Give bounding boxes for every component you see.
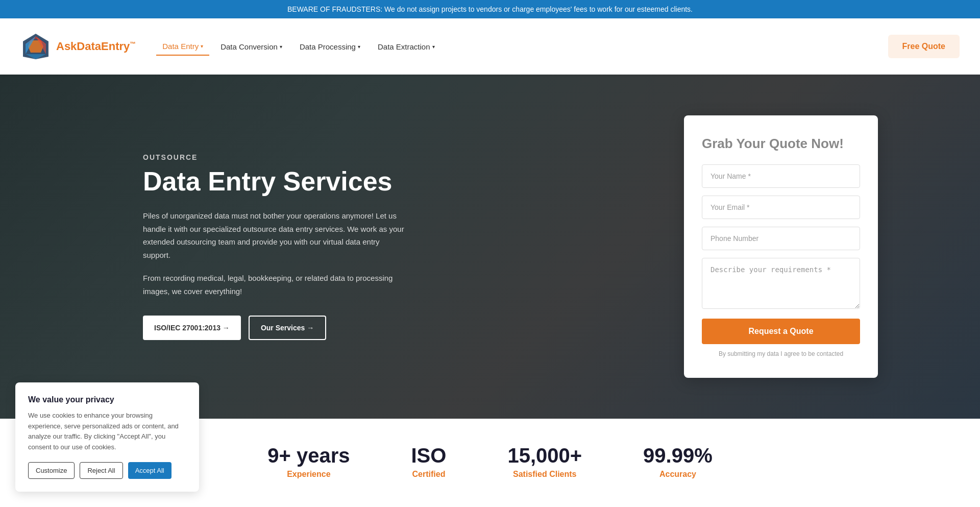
- hero-title: Data Entry Services: [143, 166, 408, 197]
- hero-buttons: ISO/IEC 27001:2013 → Our Services →: [143, 316, 408, 340]
- outsource-label: OUTSOURCE: [143, 153, 408, 161]
- nav-item-data-entry[interactable]: Data Entry ▾: [156, 38, 209, 56]
- chevron-down-icon: ▾: [280, 44, 282, 50]
- hero-section: OUTSOURCE Data Entry Services Piles of u…: [0, 75, 980, 419]
- stat-experience-number: 9+ years: [267, 444, 350, 467]
- logo-icon: [20, 31, 51, 62]
- stat-accuracy-label: Accuracy: [643, 470, 713, 479]
- stat-clients-number: 15,000+: [507, 444, 582, 467]
- cookie-text: We use cookies to enhance your browsing …: [28, 411, 186, 453]
- stat-iso: ISO Certified: [411, 444, 447, 479]
- stat-clients-label: Satisfied Clients: [507, 470, 582, 479]
- top-banner: BEWARE OF FRAUDSTERS: We do not assign p…: [0, 0, 980, 18]
- chevron-down-icon: ▾: [432, 44, 435, 50]
- main-nav: Data Entry ▾ Data Conversion ▾ Data Proc…: [156, 38, 888, 56]
- quote-form-card: Grab Your Quote Now! Request a Quote By …: [684, 115, 878, 378]
- free-quote-button[interactable]: Free Quote: [888, 35, 960, 58]
- stat-accuracy: 99.99% Accuracy: [643, 444, 713, 479]
- banner-text: BEWARE OF FRAUDSTERS: We do not assign p…: [287, 5, 693, 13]
- email-input[interactable]: [702, 196, 860, 219]
- cookie-title: We value your privacy: [28, 395, 186, 404]
- nav-item-data-conversion[interactable]: Data Conversion ▾: [214, 38, 288, 55]
- name-input[interactable]: [702, 164, 860, 188]
- hero-left-panel: OUTSOURCE Data Entry Services Piles of u…: [143, 153, 408, 341]
- submit-quote-button[interactable]: Request a Quote: [702, 319, 860, 344]
- phone-input[interactable]: [702, 227, 860, 250]
- stat-experience-label: Experience: [267, 470, 350, 479]
- reject-all-button[interactable]: Reject All: [80, 462, 122, 479]
- cookie-banner: We value your privacy We use cookies to …: [15, 382, 199, 492]
- quote-form-title: Grab Your Quote Now!: [702, 136, 860, 152]
- customize-button[interactable]: Customize: [28, 462, 75, 479]
- chevron-down-icon: ▾: [201, 43, 203, 49]
- nav-item-data-processing[interactable]: Data Processing ▾: [293, 38, 366, 55]
- accept-all-button[interactable]: Accept All: [128, 462, 172, 479]
- stat-clients: 15,000+ Satisfied Clients: [507, 444, 582, 479]
- iso-button[interactable]: ISO/IEC 27001:2013 →: [143, 316, 241, 340]
- header: AskDataEntry™ Data Entry ▾ Data Conversi…: [0, 18, 980, 75]
- nav-item-data-extraction[interactable]: Data Extraction ▾: [372, 38, 441, 55]
- requirements-textarea[interactable]: [702, 258, 860, 309]
- logo-text: AskDataEntry™: [56, 40, 136, 53]
- stat-accuracy-number: 99.99%: [643, 444, 713, 467]
- cookie-buttons: Customize Reject All Accept All: [28, 462, 186, 479]
- form-disclaimer: By submitting my data I agree to be cont…: [702, 350, 860, 357]
- hero-desc-2: From recording medical, legal, bookkeepi…: [143, 272, 408, 298]
- stat-iso-label: Certified: [411, 470, 447, 479]
- logo[interactable]: AskDataEntry™: [20, 31, 136, 62]
- stat-experience: 9+ years Experience: [267, 444, 350, 479]
- hero-desc-1: Piles of unorganized data must not bothe…: [143, 209, 408, 261]
- chevron-down-icon: ▾: [358, 44, 360, 50]
- our-services-button[interactable]: Our Services →: [249, 316, 326, 340]
- stat-iso-number: ISO: [411, 444, 447, 467]
- hero-content: OUTSOURCE Data Entry Services Piles of u…: [0, 75, 980, 419]
